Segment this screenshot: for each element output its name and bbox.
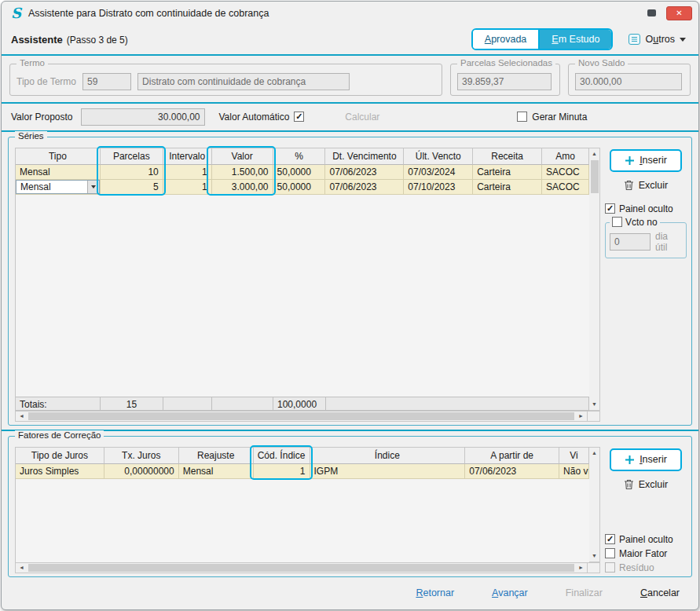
cell-tipo-juros[interactable]: Juros Simples <box>16 464 104 479</box>
minimize-icon <box>647 9 656 16</box>
cell-parcelas[interactable]: 5 <box>101 180 163 195</box>
cell-tx-juros[interactable]: 0,00000000 <box>104 464 179 479</box>
column-header-receita[interactable]: Receita <box>473 148 542 165</box>
chevron-down-icon[interactable] <box>87 181 99 193</box>
cell-cod-indice[interactable]: 1 <box>254 464 310 479</box>
tab-aprovada[interactable]: Aprovada <box>473 30 539 49</box>
cell-intervalo[interactable]: 1 <box>163 165 212 180</box>
cell-parcelas[interactable]: 10 <box>101 165 163 180</box>
parcelas-selecionadas-legend: Parcelas Selecionadas <box>457 58 555 68</box>
painel-oculto-checkbox[interactable] <box>605 203 615 214</box>
table-row[interactable]: Mensal 10 1 1.500,00 50,0000 07/06/2023 … <box>16 165 589 180</box>
cell-intervalo[interactable]: 1 <box>163 180 212 195</box>
scroll-up-icon[interactable]: ▲ <box>589 448 599 459</box>
trash-icon <box>624 479 634 490</box>
vcto-no-groupbox: Vcto no dia útil <box>605 222 687 258</box>
series-legend: Séries <box>15 131 47 141</box>
close-button[interactable]: ✕ <box>666 6 692 20</box>
scroll-up-icon[interactable]: ▲ <box>589 148 599 159</box>
fatores-side-panel: Inserir Excluir Painel oculto Maior Fato… <box>605 447 687 573</box>
scroll-down-icon[interactable]: ▼ <box>589 551 599 562</box>
cell-valor[interactable]: 3.000,00 <box>212 180 273 195</box>
cell-a-partir-de[interactable]: 07/06/2023 <box>465 464 559 479</box>
fatores-grid: Tipo de Juros Tx. Juros Reajuste Cód. Ín… <box>15 447 600 573</box>
column-header-parcelas[interactable]: Parcelas <box>101 148 163 165</box>
cell-pct[interactable]: 50,0000 <box>273 180 326 195</box>
scrollbar-thumb[interactable] <box>591 160 599 193</box>
tipo-combobox[interactable]: Mensal <box>16 180 100 194</box>
cell-indice[interactable]: IGPM <box>310 464 466 479</box>
column-header-reajuste[interactable]: Reajuste <box>179 448 254 464</box>
maior-fator-label: Maior Fator <box>619 548 667 559</box>
maior-fator-checkbox[interactable] <box>605 548 615 558</box>
avancar-button[interactable]: Avançar <box>492 587 528 598</box>
column-header-vigencia[interactable]: Vi <box>559 448 589 464</box>
scroll-left-icon[interactable]: ◄ <box>16 412 27 421</box>
tab-em-estudo[interactable]: Em Estudo <box>538 30 611 49</box>
column-header-ult-vencto[interactable]: Últ. Vencto <box>404 148 473 165</box>
retornar-button[interactable]: Retornar <box>416 587 454 598</box>
cell-valor[interactable]: 1.500,00 <box>212 165 273 180</box>
valor-automatico-checkbox[interactable] <box>294 112 304 122</box>
column-header-intervalo[interactable]: Intervalo <box>163 148 212 165</box>
series-groupbox: Séries Tipo Parcelas Intervalo Valor % D… <box>8 137 692 426</box>
horizontal-scrollbar[interactable]: ◄ ► <box>15 411 600 422</box>
column-header-a-partir-de[interactable]: A partir de <box>465 448 559 464</box>
cell-amortizacao[interactable]: SACOC <box>542 180 589 195</box>
column-header-amortizacao[interactable]: Amo <box>542 148 589 165</box>
column-header-cod-indice[interactable]: Cód. Índice <box>254 448 310 464</box>
fatores-groupbox: Fatores de Correção Tipo de Juros Tx. Ju… <box>8 436 692 577</box>
column-header-pct[interactable]: % <box>273 148 326 165</box>
table-row[interactable]: Mensal 5 1 3.000,00 50,0000 07/06/2023 0… <box>16 180 589 195</box>
column-header-tipo[interactable]: Tipo <box>16 148 101 165</box>
painel-oculto-checkbox[interactable] <box>605 534 615 544</box>
scrollbar-thumb[interactable] <box>28 412 574 420</box>
app-icon: S <box>11 6 21 20</box>
minimize-button[interactable] <box>642 7 661 20</box>
cell-receita[interactable]: Carteira <box>473 165 542 180</box>
cell-tipo[interactable]: Mensal <box>16 165 101 180</box>
inserir-button[interactable]: Inserir <box>610 149 682 172</box>
cell-dt-vencimento[interactable]: 07/06/2023 <box>325 165 404 180</box>
scroll-right-icon[interactable]: ► <box>575 563 587 573</box>
series-grid: Tipo Parcelas Intervalo Valor % Dt. Venc… <box>15 148 600 422</box>
column-header-tipo-juros[interactable]: Tipo de Juros <box>16 448 104 464</box>
valor-proposto-input <box>81 108 205 126</box>
column-header-valor[interactable]: Valor <box>212 148 273 165</box>
chevron-down-icon <box>680 38 686 42</box>
cell-vigencia[interactable]: Não vi <box>559 464 589 479</box>
vertical-scrollbar[interactable]: ▲ ▼ <box>589 148 600 411</box>
vcto-no-checkbox[interactable] <box>612 217 622 227</box>
fatores-legend: Fatores de Correção <box>15 430 104 440</box>
outros-menu-button[interactable]: Outros <box>625 31 689 47</box>
excluir-button[interactable]: Excluir <box>624 479 669 490</box>
totals-label: Totais: <box>16 397 101 411</box>
vcto-dia-input <box>610 233 651 251</box>
cell-ult-vencto[interactable]: 07/10/2023 <box>404 180 473 195</box>
residuo-checkbox <box>605 562 615 573</box>
painel-oculto-label: Painel oculto <box>619 534 673 545</box>
excluir-button[interactable]: Excluir <box>624 180 669 191</box>
column-header-indice[interactable]: Índice <box>310 448 466 464</box>
scroll-left-icon[interactable]: ◄ <box>16 563 27 573</box>
cell-receita[interactable]: Carteira <box>473 180 542 195</box>
cell-reajuste[interactable]: Mensal <box>179 464 254 479</box>
scrollbar-thumb[interactable] <box>28 564 574 572</box>
column-header-tx-juros[interactable]: Tx. Juros <box>104 448 179 464</box>
tipo-termo-label: Tipo de Termo <box>16 76 76 87</box>
horizontal-scrollbar[interactable]: ◄ ► <box>15 562 600 573</box>
vertical-scrollbar[interactable]: ▲ ▼ <box>589 447 600 562</box>
scroll-right-icon[interactable]: ► <box>575 412 587 421</box>
fatores-header-row: Tipo de Juros Tx. Juros Reajuste Cód. Ín… <box>16 448 589 464</box>
inserir-button[interactable]: Inserir <box>610 448 682 471</box>
cell-ult-vencto[interactable]: 07/03/2024 <box>404 165 473 180</box>
cancelar-button[interactable]: Cancelar <box>640 587 680 598</box>
cell-dt-vencimento[interactable]: 07/06/2023 <box>325 180 404 195</box>
gerar-minuta-checkbox[interactable] <box>517 112 527 122</box>
window-title: Assistente para Distrato com continuidad… <box>28 8 269 19</box>
table-row[interactable]: Juros Simples 0,00000000 Mensal 1 IGPM 0… <box>16 464 589 479</box>
column-header-dt-vencimento[interactable]: Dt. Vencimento <box>325 148 404 165</box>
scroll-down-icon[interactable]: ▼ <box>589 399 599 410</box>
cell-amortizacao[interactable]: SACOC <box>542 165 589 180</box>
cell-pct[interactable]: 50,0000 <box>273 165 326 180</box>
